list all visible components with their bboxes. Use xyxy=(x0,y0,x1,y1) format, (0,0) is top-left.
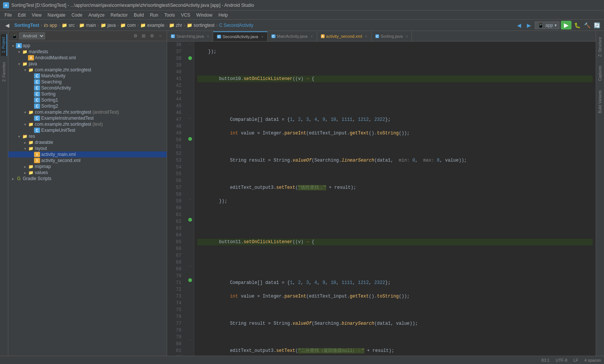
gutter-56[interactable] xyxy=(186,176,194,183)
tree-item-package-main[interactable]: ▾ 📁 com.example.zhr.sortingtest xyxy=(8,67,167,73)
run-button[interactable]: ▶ xyxy=(561,21,571,29)
tab-searching[interactable]: C Searching.java × xyxy=(167,31,213,41)
gutter-78[interactable] xyxy=(186,324,194,330)
tree-item-secondactivity[interactable]: C SecondActivity xyxy=(8,85,167,91)
gutter-66[interactable] xyxy=(186,243,194,250)
gutter-72[interactable] xyxy=(186,284,194,290)
gutter-55[interactable] xyxy=(186,169,194,176)
gutter-76[interactable] xyxy=(186,310,194,317)
menu-build[interactable]: Build xyxy=(131,12,147,19)
tab-secondactivity[interactable]: C SecondActivity.java × xyxy=(213,31,268,41)
tree-item-mipmap[interactable]: ▸ 📁 mipmap xyxy=(8,163,167,170)
tree-item-package-test[interactable]: ▾ 📁 com.example.zhr.sortingtest (test) xyxy=(8,121,167,127)
gutter-63[interactable] xyxy=(186,223,194,230)
gutter-38[interactable] xyxy=(186,55,194,62)
tree-item-res[interactable]: ▾ 📁 res xyxy=(8,133,167,139)
tree-item-sorting[interactable]: C Sorting xyxy=(8,91,167,97)
bc-example[interactable]: 📁 example xyxy=(140,23,164,28)
menu-run[interactable]: Run xyxy=(147,12,161,19)
menu-tools[interactable]: Tools xyxy=(161,12,178,19)
tree-item-searching[interactable]: C Searching xyxy=(8,79,167,85)
structure-tab[interactable]: Z: Structure xyxy=(597,34,603,60)
gutter-48[interactable] xyxy=(186,122,194,129)
gutter-51[interactable] xyxy=(186,142,194,149)
bc-src[interactable]: 📁 src xyxy=(62,23,74,28)
gutter-53[interactable] xyxy=(186,156,194,163)
build-button[interactable]: 🔨 xyxy=(583,21,591,29)
gutter-58[interactable] xyxy=(186,190,194,196)
module-selector[interactable]: 📱 app ▾ xyxy=(535,22,559,29)
gutter-64[interactable] xyxy=(186,230,194,236)
bc-java[interactable]: 📁 java xyxy=(101,23,116,28)
tree-item-app[interactable]: ▾ A app xyxy=(8,43,167,49)
gutter-60[interactable] xyxy=(186,203,194,210)
gutter-52[interactable] xyxy=(186,149,194,156)
tree-item-java[interactable]: ▾ 📁 java xyxy=(8,61,167,67)
gutter-43[interactable] xyxy=(186,89,194,96)
menu-window[interactable]: Window xyxy=(193,12,215,19)
tree-item-gradle[interactable]: ▸ G Gradle Scripts xyxy=(8,176,167,182)
menu-edit[interactable]: Edit xyxy=(15,12,29,19)
bc-sortingtest2[interactable]: 📁 sortingtest xyxy=(187,23,215,28)
gutter-81[interactable] xyxy=(186,344,194,351)
gutter-36[interactable]: − xyxy=(186,42,194,48)
gutter-39[interactable] xyxy=(186,62,194,68)
gutter-41[interactable] xyxy=(186,75,194,82)
bc-secondactivity[interactable]: C SecondActivity xyxy=(219,23,254,28)
sync-button[interactable]: 🔄 xyxy=(593,21,601,29)
back-button[interactable]: ◀ xyxy=(3,21,11,29)
tree-item-values[interactable]: ▸ 📁 values xyxy=(8,170,167,176)
tree-item-manifests[interactable]: ▾ 📁 manifests xyxy=(8,49,167,55)
gutter-47[interactable]: − xyxy=(186,116,194,122)
tree-item-unittest[interactable]: C ExampleUnitTest xyxy=(8,127,167,133)
gutter-68[interactable] xyxy=(186,257,194,264)
menu-refactor[interactable]: Refactor xyxy=(108,12,131,19)
captures-tab[interactable]: Captures xyxy=(597,63,603,84)
gutter-45[interactable] xyxy=(186,102,194,109)
tab-close-activity-second[interactable]: × xyxy=(365,34,367,39)
gutter-46[interactable] xyxy=(186,109,194,116)
gutter-42[interactable] xyxy=(186,82,194,89)
bc-main[interactable]: 📁 main xyxy=(79,23,96,28)
tree-item-sorting2[interactable]: C Sorting2 xyxy=(8,103,167,109)
tab-sorting[interactable]: C Sorting.java × xyxy=(372,31,412,41)
tab-activity-second-xml[interactable]: X activity_second.xml × xyxy=(317,31,372,41)
tree-item-instrumentedtest[interactable]: C ExampleInstrumentedTest xyxy=(8,115,167,121)
tab-close-sorting[interactable]: × xyxy=(406,34,408,39)
menu-vcs[interactable]: VCS xyxy=(178,12,194,19)
gutter-65[interactable] xyxy=(186,236,194,243)
gutter-69[interactable]: − xyxy=(186,263,194,270)
tree-item-mainactivity[interactable]: C MainActivity xyxy=(8,73,167,79)
menu-navigate[interactable]: Navigate xyxy=(45,12,68,19)
project-dropdown[interactable]: Android Project xyxy=(19,32,45,39)
tree-item-layout[interactable]: ▾ 📁 layout xyxy=(8,145,167,151)
debug-button[interactable]: 🐛 xyxy=(573,21,581,29)
menu-analyze[interactable]: Analyze xyxy=(85,12,108,19)
hide-btn[interactable]: − xyxy=(157,32,164,39)
menu-view[interactable]: View xyxy=(29,12,45,19)
gutter-70[interactable] xyxy=(186,270,194,277)
gutter-73[interactable] xyxy=(186,290,194,297)
menu-help[interactable]: Help xyxy=(215,12,231,19)
gutter-37[interactable] xyxy=(186,48,194,55)
gutter-74[interactable] xyxy=(186,297,194,304)
tab-close-secondactivity[interactable]: × xyxy=(261,35,263,39)
gutter-44[interactable] xyxy=(186,95,194,102)
bc-com[interactable]: 📁 com xyxy=(120,23,136,28)
prev-nav-button[interactable]: ◀ xyxy=(515,21,523,29)
bc-zhr[interactable]: 📁 zhr xyxy=(169,23,182,28)
settings-btn[interactable]: ⚙ xyxy=(149,32,155,39)
menu-file[interactable]: File xyxy=(2,12,15,19)
menu-code[interactable]: Code xyxy=(68,12,85,19)
project-tab[interactable]: 1: Project xyxy=(1,34,7,56)
tab-mainactivity[interactable]: C MainActivity.java × xyxy=(268,31,317,41)
tree-item-drawable[interactable]: ▸ 📁 drawable xyxy=(8,139,167,145)
sync-project-btn[interactable]: ⚙ xyxy=(132,32,139,39)
gutter-50[interactable] xyxy=(186,136,194,142)
tree-item-package-androidtest[interactable]: ▾ 📁 com.example.zhr.sortingtest (android… xyxy=(8,109,167,115)
gutter-79[interactable] xyxy=(186,330,194,337)
tab-close-mainactivity[interactable]: × xyxy=(311,34,313,39)
bc-app[interactable]: 🗁 app xyxy=(44,23,57,28)
tab-close-searching[interactable]: × xyxy=(207,34,209,39)
gutter-57[interactable] xyxy=(186,183,194,190)
